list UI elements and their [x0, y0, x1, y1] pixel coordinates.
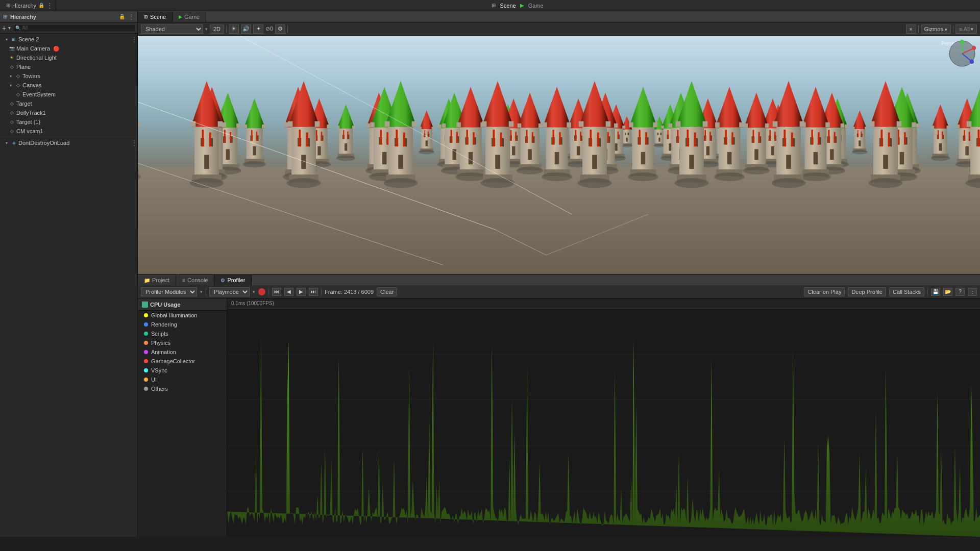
layers-dropdown-icon: ▾: [971, 27, 973, 32]
target1-icon: ◇: [8, 118, 15, 126]
vp-separator3: [918, 26, 919, 33]
prof-sep4: [927, 288, 928, 295]
hierarchy-dollytrack[interactable]: ◇ DollyTrack1: [0, 108, 137, 117]
hierarchy-plane[interactable]: ◇ Plane: [0, 62, 137, 71]
game-view-tab[interactable]: ▶ Game: [173, 12, 206, 22]
cmvcam-label: CM vcam1: [16, 128, 43, 134]
hierarchy-canvas[interactable]: ▾ ◇ Canvas: [0, 81, 137, 90]
prof-item-vsync[interactable]: VSync: [138, 366, 227, 375]
prof-item-animation[interactable]: Animation: [138, 347, 227, 357]
scene-view-tab[interactable]: ⊞ Scene: [138, 12, 173, 22]
scripts-dot: [144, 332, 148, 336]
hierarchy-towers[interactable]: ▾ ◇ Towers: [0, 71, 137, 81]
profiler-load-btn[interactable]: 📂: [943, 288, 952, 296]
dontdestroy-expand-icon: ▾: [4, 140, 9, 145]
hierarchy-main-camera[interactable]: 📷 Main Camera 🔴: [0, 44, 137, 53]
gizmo-widget[interactable]: Y X Z: [947, 38, 977, 69]
others-label: Others: [151, 386, 168, 392]
main-layout: ⊞ Hierarchy 🔒 ⋮ + ▾ 🔍 All ▾ ⊞ Scene 2 ⋮: [0, 11, 980, 537]
layers-placeholder: ≡ All: [959, 26, 970, 32]
hierarchy-grid-icon: ⊞: [6, 3, 10, 8]
scene-icon: ⊞: [10, 36, 17, 43]
target-label: Target: [16, 101, 32, 107]
target1-label: Target (1): [16, 119, 40, 125]
prof-item-global-illumination[interactable]: Global Illumination: [138, 311, 227, 320]
clear-button[interactable]: Clear: [377, 287, 397, 296]
profiler-settings-btn[interactable]: ⋮: [968, 288, 977, 296]
scene-tab[interactable]: Scene: [498, 1, 518, 10]
prof-sep1: [206, 288, 206, 295]
viewport-settings-btn[interactable]: ⚙: [275, 24, 285, 34]
towers-icon: ◇: [14, 72, 21, 80]
profiler-help-btn[interactable]: ?: [955, 288, 965, 296]
dropdown-shading-icon: ▾: [205, 27, 208, 32]
profiler-chart[interactable]: [227, 309, 980, 537]
scene-dots-icon[interactable]: ⋮: [131, 36, 137, 43]
deep-profile-button[interactable]: Deep Profile: [848, 287, 886, 296]
gizmos-label: Gizmos: [924, 26, 943, 32]
hierarchy-target[interactable]: ◇ Target: [0, 99, 137, 108]
skip-back-btn[interactable]: ⏮: [272, 288, 281, 296]
add-button[interactable]: +: [2, 24, 6, 32]
prof-item-gc[interactable]: GarbageCollector: [138, 357, 227, 366]
console-icon: ≡: [182, 278, 185, 283]
script-indicator: 🔴: [53, 46, 59, 52]
2d-button[interactable]: 2D: [210, 24, 224, 34]
game-icon: ▶: [520, 3, 524, 8]
call-stacks-button[interactable]: Call Stacks: [889, 287, 924, 296]
prof-item-others[interactable]: Others: [138, 384, 227, 393]
ui-dot: [144, 378, 148, 382]
dropdown-arrow[interactable]: ▾: [8, 25, 11, 31]
hierarchy-dontdestroy[interactable]: ▾ ◈ DontDestroyOnLoad ⋮: [0, 138, 137, 147]
layers-input[interactable]: ≡ All ▾: [955, 24, 977, 34]
next-frame-btn[interactable]: ▶: [297, 288, 306, 296]
game-tab-label: Game: [184, 14, 200, 20]
viewport-3d[interactable]: Persp Y X Z: [138, 36, 980, 274]
shading-mode-select[interactable]: Shaded Wireframe Shaded Wireframe: [141, 24, 203, 34]
hierarchy-eventsystem[interactable]: ◇ EventSystem: [0, 90, 137, 99]
frame-label: Frame: 2413 / 6009: [325, 289, 374, 295]
dontdestroy-label: DontDestroyOnLoad: [18, 140, 69, 146]
profiler-save-btn[interactable]: 💾: [931, 288, 940, 296]
hierarchy-search[interactable]: 🔍 All: [13, 24, 135, 32]
light-toggle-btn[interactable]: ☀: [229, 24, 239, 34]
canvas-label: Canvas: [22, 82, 41, 88]
hierarchy-scene-item[interactable]: ▾ ⊞ Scene 2 ⋮: [0, 35, 137, 44]
hierarchy-toolbar: + ▾ 🔍 All: [0, 22, 137, 34]
dontdestroy-dots-icon[interactable]: ⋮: [131, 139, 137, 146]
profiler-modules-select[interactable]: Profiler Modules: [141, 287, 197, 296]
hierarchy-directional-light[interactable]: ☀ Directional Light: [0, 53, 137, 62]
profiler-tab[interactable]: ⚙ Profiler: [214, 275, 252, 285]
prev-frame-btn[interactable]: ◀: [284, 288, 293, 296]
vp-separator2: [287, 26, 288, 33]
gizmos-dropdown-icon: ▾: [945, 27, 947, 32]
playmode-select[interactable]: Playmode: [209, 287, 250, 296]
animation-dot: [144, 350, 148, 354]
hierarchy-cmvcam[interactable]: ◇ CM vcam1: [0, 127, 137, 136]
hierarchy-menu-icon[interactable]: ⋮: [46, 2, 53, 9]
tower-canvas: [138, 36, 980, 274]
prof-item-ui[interactable]: UI: [138, 375, 227, 384]
hierarchy-tab-label[interactable]: Hierarchy: [12, 3, 36, 9]
hierarchy-dots-icon[interactable]: ⋮: [128, 13, 134, 20]
project-tab[interactable]: 📁 Project: [138, 275, 176, 285]
audio-toggle-btn[interactable]: 🔊: [241, 24, 251, 34]
prof-item-rendering[interactable]: Rendering: [138, 320, 227, 329]
bottom-tabs: 📁 Project ≡ Console ⚙ Profiler: [138, 274, 980, 285]
cmvcam-icon: ◇: [8, 128, 15, 135]
prof-item-physics[interactable]: Physics: [138, 338, 227, 347]
hierarchy-lock-icon[interactable]: 🔒: [119, 14, 125, 19]
prof-item-scripts[interactable]: Scripts: [138, 329, 227, 338]
game-tab[interactable]: Game: [526, 1, 546, 10]
effects-toggle-btn[interactable]: ✦: [253, 24, 263, 34]
profiler-left-panel: CPU Usage Global Illumination Rendering …: [138, 298, 227, 537]
hierarchy-target1[interactable]: ◇ Target (1): [0, 117, 137, 127]
skip-forward-btn[interactable]: ⏭: [309, 288, 318, 296]
console-tab[interactable]: ≡ Console: [176, 275, 214, 285]
others-dot: [144, 387, 148, 391]
clear-on-play-button[interactable]: Clear on Play: [804, 287, 845, 296]
game-tab-icon2: ▶: [179, 14, 182, 19]
record-button[interactable]: [258, 288, 265, 295]
maximize-btn[interactable]: ×: [906, 24, 916, 34]
gizmos-btn[interactable]: Gizmos ▾: [921, 24, 951, 34]
